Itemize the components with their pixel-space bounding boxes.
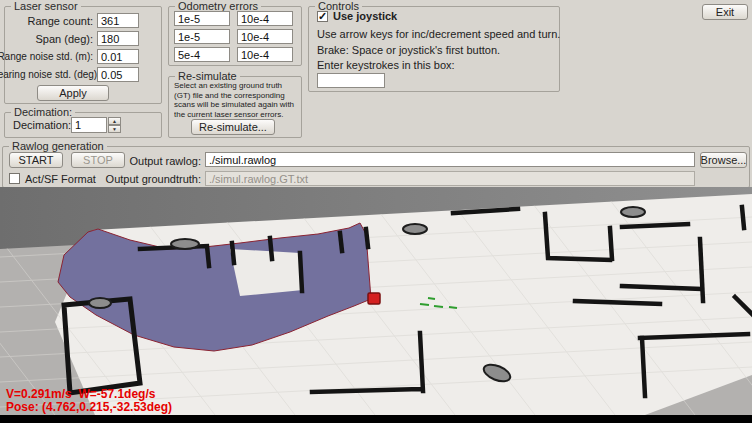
resimulate-description: Select an existing ground truth (GT) fil… xyxy=(174,81,297,119)
decimation-input[interactable] xyxy=(71,117,107,133)
laser-sensor-title: Laser sensor xyxy=(11,0,81,12)
odometry-input-3[interactable] xyxy=(237,29,293,44)
range-noise-input[interactable] xyxy=(97,49,139,64)
decimation-group: Decimation: Decimation: ▲ ▼ xyxy=(4,112,162,138)
span-deg-label: Span (deg): xyxy=(7,33,93,45)
simulation-viewport[interactable]: V=0.291m/s W=-57.1deg/s Pose: (4.762,0.2… xyxy=(0,187,752,415)
actsf-format-label: Act/SF Format xyxy=(25,173,96,185)
range-count-label: Range count: xyxy=(7,15,93,27)
laser-sensor-group: Laser sensor Range count: Span (deg): Ra… xyxy=(4,6,162,104)
decimation-spinner: ▲ ▼ xyxy=(108,117,121,133)
range-count-input[interactable] xyxy=(97,13,139,28)
decimation-up-button[interactable]: ▲ xyxy=(108,117,121,125)
scan-occlusion-shadow xyxy=(230,249,303,296)
rawlog-generation-group: Rawlog generation START STOP Output rawl… xyxy=(2,146,750,188)
bearing-noise-label: Bearing noise std. (deg): xyxy=(0,69,93,80)
output-groundtruth-label: Output groundtruth: xyxy=(103,173,201,185)
actsf-format-checkbox[interactable] xyxy=(9,173,20,184)
rawlog-generation-title: Rawlog generation xyxy=(9,140,107,152)
use-joystick-label: Use joystick xyxy=(333,10,397,22)
start-button[interactable]: START xyxy=(9,152,63,168)
decimation-down-button[interactable]: ▼ xyxy=(108,125,121,133)
exit-button[interactable]: Exit xyxy=(702,4,748,20)
span-deg-input[interactable] xyxy=(97,31,139,46)
bottom-black-bar xyxy=(0,415,752,423)
use-joystick-checkbox[interactable] xyxy=(317,11,328,22)
odometry-input-0[interactable] xyxy=(174,11,230,26)
odometry-input-4[interactable] xyxy=(174,47,230,62)
output-groundtruth-input xyxy=(205,171,695,186)
decimation-group-title: Decimation: xyxy=(11,106,75,118)
controls-line2: Brake: Space or joystick's first button. xyxy=(317,44,500,56)
simulator-window: Laser sensor Range count: Span (deg): Ra… xyxy=(0,0,752,423)
hud-velocity-text: V=0.291m/s W=-57.1deg/s xyxy=(6,387,155,401)
controls-line1: Use arrow keys for inc/decrement speed a… xyxy=(317,28,560,40)
output-rawlog-label: Output rawlog: xyxy=(123,155,201,167)
odometry-input-2[interactable] xyxy=(174,29,230,44)
odometry-input-5[interactable] xyxy=(237,47,293,62)
odometry-input-1[interactable] xyxy=(237,11,293,26)
keystroke-input[interactable] xyxy=(317,73,385,88)
resimulate-group: Re-simulate Select an existing ground tr… xyxy=(168,76,302,138)
resimulate-button[interactable]: Re-simulate... xyxy=(191,119,275,135)
hud-pose-text: Pose: (4.762,0.215,-32.53deg) xyxy=(6,400,172,414)
robot-marker xyxy=(368,293,380,304)
simulation-3d-scene[interactable] xyxy=(0,187,752,415)
bearing-noise-input[interactable] xyxy=(97,67,139,82)
output-rawlog-input[interactable] xyxy=(205,152,695,167)
odometry-errors-group: Odometry errors xyxy=(168,6,302,66)
stop-button[interactable]: STOP xyxy=(71,152,125,168)
controls-group: Controls Use joystick Use arrow keys for… xyxy=(308,6,560,92)
range-noise-label: Range noise std. (m): xyxy=(0,51,93,62)
controls-line3: Enter keystrokes in this box: xyxy=(317,59,455,71)
browse-button[interactable]: Browse... xyxy=(700,152,747,168)
apply-button[interactable]: Apply xyxy=(37,85,109,101)
decimation-label: Decimation: xyxy=(13,119,71,131)
